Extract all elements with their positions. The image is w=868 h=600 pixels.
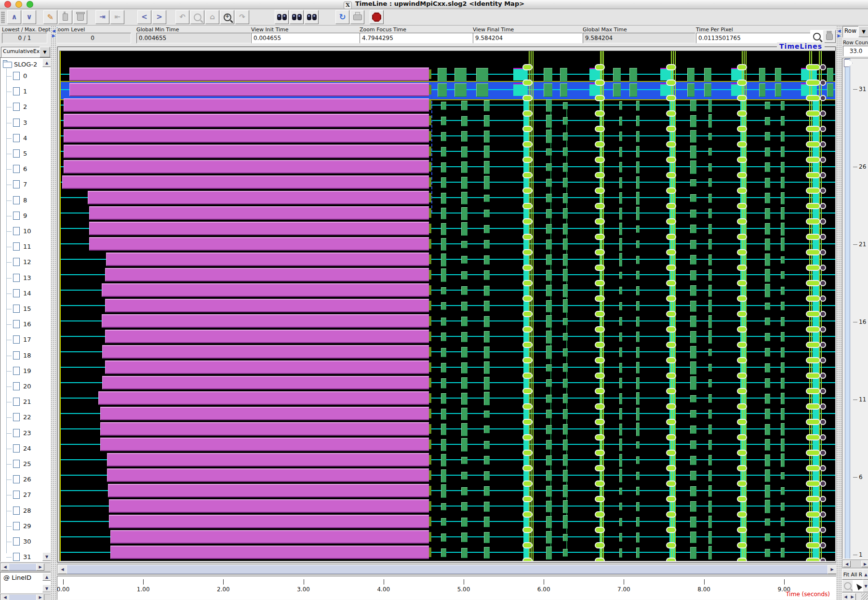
state-bar-compute[interactable] [441, 193, 446, 204]
state-bar-compute[interactable] [461, 271, 467, 280]
state-bar-compute[interactable] [636, 240, 640, 248]
state-bar-init[interactable] [89, 206, 429, 220]
state-bar-compute[interactable] [546, 364, 552, 372]
state-bar-compute[interactable] [546, 455, 552, 466]
state-bar-compute[interactable] [546, 300, 552, 312]
state-bar-compute[interactable] [636, 317, 640, 327]
state-bar-compute[interactable] [765, 132, 770, 141]
state-bar-compute[interactable] [765, 102, 770, 109]
row-ruler[interactable]: 312621161161 [842, 58, 868, 559]
expand-right-icon[interactable]: ▶ [836, 33, 842, 38]
tree-item-9[interactable]: 9 [0, 211, 51, 222]
state-bar-compute[interactable] [765, 500, 770, 513]
state-bar-compute[interactable] [563, 500, 568, 513]
ruler-up-button[interactable]: ▲ [863, 569, 868, 580]
state-bar-compute[interactable] [636, 392, 640, 405]
canvas-scroll-right-button[interactable]: ▶ [828, 565, 837, 574]
state-bar-compute[interactable] [563, 470, 568, 482]
field-value-zoom-focus-time[interactable]: 4.7944295 [360, 33, 473, 43]
state-bar-compute[interactable] [765, 378, 770, 388]
state-bar-init[interactable] [108, 484, 429, 497]
state-bar-compute[interactable] [781, 317, 785, 326]
tree-item-4[interactable]: 4 [0, 133, 51, 144]
state-bar-compute[interactable] [613, 68, 621, 81]
state-bar-compute[interactable] [765, 454, 770, 467]
canvas-scroll-left-button[interactable]: ◀ [58, 565, 67, 574]
state-bar-compute[interactable] [546, 486, 552, 497]
state-bar-compute[interactable] [441, 439, 446, 451]
state-bar-compute[interactable] [484, 411, 490, 418]
state-bar-compute[interactable] [636, 131, 640, 142]
tree-item-6[interactable]: 6 [0, 164, 51, 175]
state-bar-compute[interactable] [765, 162, 770, 172]
state-bar-compute[interactable] [484, 195, 490, 202]
state-bar-compute[interactable] [781, 177, 785, 188]
state-bar-compute[interactable] [765, 269, 770, 282]
state-bar-compute[interactable] [765, 223, 770, 235]
tree-item-16[interactable]: 16 [0, 320, 51, 330]
lineid-hscrollbar[interactable]: ◀ ▶ [0, 594, 52, 600]
lineid-scroll-left-button[interactable]: ◀ [1, 594, 9, 600]
tree-item-20[interactable]: 20 [0, 382, 51, 392]
state-bar-compute[interactable] [441, 409, 446, 420]
tree-item-12[interactable]: 12 [0, 257, 51, 268]
state-bar-compute[interactable] [484, 361, 490, 374]
state-bar-compute[interactable] [563, 254, 568, 266]
tree-item-27[interactable]: 27 [0, 490, 51, 501]
state-bar-compute[interactable] [765, 318, 770, 325]
state-bar-compute[interactable] [636, 456, 640, 464]
state-bar-init[interactable] [64, 160, 429, 173]
state-bar-compute[interactable] [781, 472, 785, 480]
state-bar-compute[interactable] [690, 346, 696, 359]
state-bar-compute[interactable] [563, 224, 568, 235]
toolbar-scroll-up-button[interactable]: ∧ [7, 10, 21, 24]
state-bar-compute[interactable] [619, 117, 622, 126]
state-bar-compute[interactable] [619, 132, 622, 141]
state-bar-compute[interactable] [441, 253, 446, 267]
state-bar-compute[interactable] [484, 486, 490, 496]
state-bar-compute[interactable] [546, 410, 552, 418]
tree-item-3[interactable]: 3 [0, 118, 51, 129]
state-bar-compute[interactable] [563, 394, 568, 403]
state-bar-compute[interactable] [636, 377, 640, 389]
state-bar-compute[interactable] [461, 457, 467, 464]
state-bar-compute[interactable] [461, 533, 467, 542]
state-bar-compute[interactable] [441, 484, 446, 498]
state-bar-compute[interactable] [690, 146, 696, 159]
state-bar-compute[interactable] [546, 224, 552, 234]
state-bar-compute[interactable] [484, 347, 490, 359]
corner-scroll-right-button[interactable]: ▶ [849, 593, 856, 600]
state-bar-compute[interactable] [708, 516, 712, 528]
state-bar-compute[interactable] [636, 192, 640, 205]
tree-item-22[interactable]: 22 [0, 413, 51, 423]
state-bar-compute[interactable] [546, 240, 552, 250]
state-bar-compute[interactable] [690, 210, 696, 218]
row-count-value[interactable]: 33.0 [843, 46, 868, 56]
state-bar-compute[interactable] [636, 487, 640, 495]
canvas-hscroll-thumb[interactable] [67, 565, 828, 574]
tree-item-25[interactable]: 25 [0, 459, 51, 470]
state-bar-compute[interactable] [546, 501, 552, 512]
state-bar-compute[interactable] [636, 286, 640, 295]
state-bar-compute[interactable] [708, 254, 712, 266]
state-bar-compute[interactable] [619, 424, 622, 436]
state-bar-compute[interactable] [441, 393, 446, 404]
state-bar-compute[interactable] [563, 284, 568, 297]
fit-all-rows-button[interactable]: Fit All R [842, 569, 864, 580]
state-bar-compute[interactable] [708, 470, 712, 481]
ruler-down-button[interactable]: ▼ [863, 580, 868, 592]
tree-item-17[interactable]: 17 [0, 335, 51, 346]
state-bar-compute[interactable] [563, 318, 568, 325]
state-bar-compute[interactable] [454, 83, 467, 97]
state-bar-compute[interactable] [704, 68, 711, 81]
state-bar-compute[interactable] [546, 516, 552, 528]
state-bar-compute[interactable] [687, 83, 694, 97]
state-bar-compute[interactable] [708, 285, 712, 297]
toolbar-zoom-in-button[interactable] [220, 10, 234, 24]
state-bar-compute[interactable] [781, 132, 785, 142]
state-bar-compute[interactable] [636, 101, 640, 111]
state-bar-compute[interactable] [461, 362, 467, 373]
state-bar-compute[interactable] [781, 162, 785, 173]
state-bar-compute[interactable] [765, 439, 770, 451]
state-bar-init[interactable] [107, 453, 429, 467]
